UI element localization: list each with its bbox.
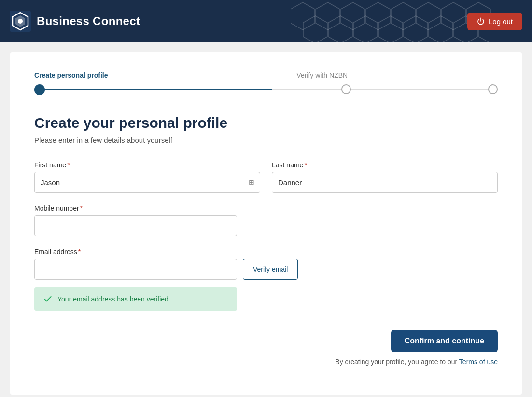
main-content: Create personal profile Verify with NZBN… — [10, 52, 522, 395]
mobile-input[interactable] — [34, 215, 237, 236]
logo-text: Business Connect — [37, 14, 140, 28]
first-name-group: First name* ⊞ — [34, 161, 260, 193]
first-name-input[interactable] — [34, 172, 260, 193]
logo-icon — [10, 11, 31, 32]
name-row: First name* ⊞ Last name* — [34, 161, 498, 193]
last-name-required: * — [304, 161, 307, 169]
logout-button[interactable]: Log out — [467, 13, 522, 30]
success-text: Your email address has been verified. — [57, 295, 170, 303]
step1-label: Create personal profile — [34, 71, 108, 79]
power-icon — [477, 17, 485, 25]
step1-dot — [34, 84, 45, 95]
progress-track — [34, 84, 498, 96]
mobile-group: Mobile number* — [34, 205, 237, 236]
verify-email-button[interactable]: Verify email — [243, 259, 298, 280]
first-name-required: * — [67, 161, 70, 169]
progress-section: Create personal profile Verify with NZBN — [34, 71, 498, 96]
mobile-required: * — [80, 205, 83, 212]
last-name-group: Last name* — [272, 161, 498, 193]
bottom-section: Confirm and continue By creating your pr… — [34, 330, 498, 366]
mobile-label: Mobile number* — [34, 205, 237, 212]
last-name-label: Last name* — [272, 161, 498, 169]
email-row: Email address* Verify email — [34, 248, 498, 280]
email-input[interactable] — [34, 259, 237, 280]
last-name-wrapper — [272, 172, 498, 193]
email-verified-message: Your email address has been verified. — [34, 287, 237, 311]
terms-text: By creating your profile, you agree to o… — [335, 358, 498, 366]
confirm-button[interactable]: Confirm and continue — [391, 330, 498, 352]
step-dots — [34, 84, 498, 95]
page-subtitle: Please enter in a few details about your… — [34, 136, 498, 144]
first-name-wrapper: ⊞ — [34, 172, 260, 193]
step3-dot — [488, 84, 498, 94]
email-required: * — [78, 248, 81, 256]
step2-label: Verify with NZBN — [296, 71, 348, 79]
last-name-input[interactable] — [272, 172, 498, 193]
header-pattern — [291, 0, 493, 42]
progress-labels: Create personal profile Verify with NZBN — [34, 71, 498, 79]
autofill-icon: ⊞ — [249, 178, 254, 186]
svg-point-3 — [18, 19, 23, 24]
step2-dot — [341, 84, 351, 94]
logout-label: Log out — [489, 17, 513, 26]
logo: Business Connect — [10, 11, 140, 32]
page-title: Create your personal profile — [34, 115, 498, 131]
email-label: Email address* — [34, 248, 237, 256]
header: Business Connect Log out — [0, 0, 532, 42]
svg-marker-4 — [291, 0, 315, 27]
first-name-label: First name* — [34, 161, 260, 169]
terms-link[interactable]: Terms of use — [459, 358, 498, 366]
email-group: Email address* — [34, 248, 237, 280]
check-icon — [43, 294, 53, 304]
